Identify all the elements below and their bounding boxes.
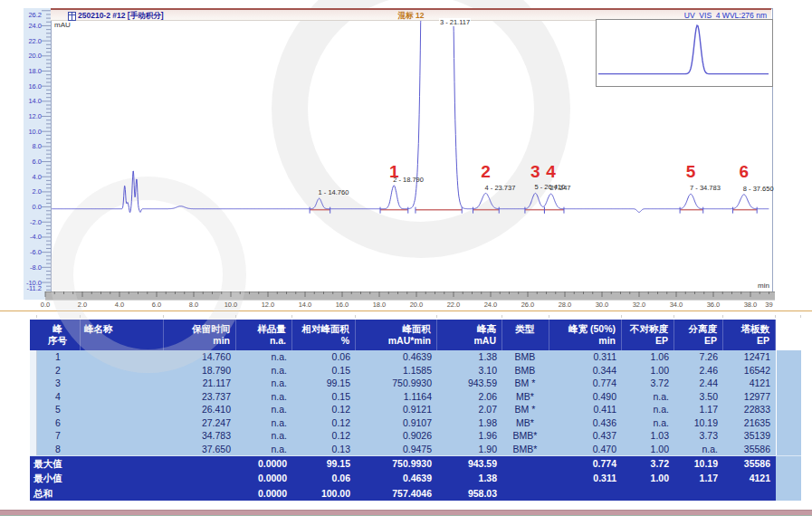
table-cell-extra[interactable] [776, 350, 801, 364]
table-cell[interactable]: 0.436 [549, 416, 622, 430]
table-cell[interactable]: 0.12 [292, 416, 356, 430]
row-gutter[interactable] [30, 350, 37, 364]
table-cell[interactable]: 1.17 [674, 403, 723, 416]
table-cell[interactable]: n.a. [674, 443, 723, 456]
table-cell[interactable]: 0.311 [549, 350, 622, 364]
table-cell-extra[interactable] [776, 377, 801, 390]
table-cell[interactable]: 34.783 [164, 429, 236, 443]
table-cell[interactable]: MB* [502, 390, 549, 404]
table-cell[interactable]: 3.72 [622, 377, 674, 390]
table-cell[interactable]: 26.410 [164, 403, 236, 416]
table-cell[interactable]: 0.15 [292, 390, 356, 404]
table-cell[interactable]: BMB [502, 350, 549, 364]
table-cell[interactable]: 750.9930 [356, 377, 437, 390]
table-cell[interactable]: 16542 [723, 364, 776, 377]
table-cell[interactable]: 10.19 [674, 416, 723, 430]
table-cell[interactable]: 3.10 [437, 364, 502, 377]
table-cell[interactable]: 12471 [723, 350, 776, 364]
table-cell[interactable]: 4 [37, 390, 81, 404]
table-cell[interactable]: 3.73 [674, 429, 723, 443]
row-gutter[interactable] [30, 390, 37, 404]
table-cell[interactable]: n.a. [236, 403, 292, 416]
table-cell[interactable]: 6 [37, 416, 81, 430]
table-cell[interactable]: n.a. [622, 390, 674, 404]
table-cell[interactable]: 3.50 [674, 390, 723, 404]
table-cell[interactable]: n.a. [236, 429, 292, 443]
table-cell-extra[interactable] [776, 364, 801, 377]
row-gutter[interactable] [30, 429, 37, 443]
table-cell[interactable] [81, 377, 164, 390]
table-cell[interactable] [81, 416, 164, 430]
table-cell[interactable]: 0.9475 [356, 443, 437, 456]
table-cell[interactable]: 7.26 [674, 350, 723, 364]
table-cell[interactable]: 0.470 [549, 443, 622, 456]
table-cell[interactable]: n.a. [236, 443, 292, 456]
table-cell-extra[interactable] [776, 403, 801, 416]
table-cell[interactable]: 3 [37, 377, 81, 390]
table-cell[interactable]: 23.737 [164, 390, 236, 404]
table-cell[interactable]: n.a. [622, 403, 674, 416]
table-cell[interactable]: 1.00 [622, 443, 674, 456]
table-cell[interactable] [81, 429, 164, 443]
row-gutter[interactable] [30, 377, 37, 390]
table-cell[interactable]: 1.96 [437, 429, 502, 443]
table-cell[interactable]: 21.117 [164, 377, 236, 390]
table-cell[interactable]: 0.9121 [356, 403, 437, 416]
table-cell[interactable]: 35139 [723, 429, 776, 443]
table-cell[interactable]: 35586 [723, 443, 776, 456]
table-cell[interactable] [81, 390, 164, 404]
table-cell[interactable]: 5 [37, 403, 81, 416]
table-cell[interactable]: 2.44 [674, 377, 723, 390]
row-gutter[interactable] [30, 443, 37, 456]
table-cell[interactable]: 1.90 [437, 443, 502, 456]
table-cell[interactable]: 0.12 [292, 429, 356, 443]
table-cell[interactable]: BM * [502, 403, 549, 416]
table-cell[interactable]: n.a. [236, 390, 292, 404]
table-cell-extra[interactable] [776, 443, 801, 456]
table-cell[interactable]: 2.07 [437, 403, 502, 416]
table-cell[interactable]: 0.12 [292, 403, 356, 416]
table-cell[interactable]: 0.490 [549, 390, 622, 404]
overview-inset[interactable] [596, 19, 773, 87]
table-cell[interactable]: n.a. [236, 416, 292, 430]
table-cell[interactable] [81, 403, 164, 416]
table-cell[interactable]: 1.06 [622, 350, 674, 364]
table-cell[interactable]: 0.344 [549, 364, 622, 377]
table-cell[interactable]: BMB* [502, 443, 549, 456]
table-cell-extra[interactable] [776, 416, 801, 430]
table-cell[interactable]: 8 [37, 443, 81, 456]
table-cell[interactable]: 0.13 [292, 443, 356, 456]
table-cell[interactable]: n.a. [236, 377, 292, 390]
table-cell[interactable]: 2 [37, 364, 81, 377]
table-cell[interactable]: n.a. [622, 416, 674, 430]
table-cell[interactable]: 2.46 [674, 364, 723, 377]
table-cell[interactable]: 22833 [723, 403, 776, 416]
table-cell[interactable]: 0.9107 [356, 416, 437, 430]
table-cell[interactable]: 1.98 [437, 416, 502, 430]
table-cell[interactable]: 21635 [723, 416, 776, 430]
table-cell-extra[interactable] [776, 390, 801, 404]
table-cell[interactable]: 0.15 [292, 364, 356, 377]
table-cell[interactable]: BM * [502, 377, 549, 390]
table-cell[interactable]: 4121 [723, 377, 776, 390]
table-cell[interactable]: MB* [502, 416, 549, 430]
row-gutter[interactable] [30, 416, 37, 430]
table-cell[interactable]: 1.03 [622, 429, 674, 443]
table-cell[interactable]: 1 [37, 350, 81, 364]
table-cell[interactable]: 1.1585 [356, 364, 437, 377]
table-cell[interactable]: 0.06 [292, 350, 356, 364]
table-cell[interactable]: 0.4639 [356, 350, 437, 364]
table-cell[interactable]: 0.9026 [356, 429, 437, 443]
table-cell[interactable]: 2.06 [437, 390, 502, 404]
table-cell[interactable]: 12977 [723, 390, 776, 404]
table-cell[interactable]: n.a. [236, 350, 292, 364]
table-cell[interactable]: BMB [502, 364, 549, 377]
table-cell[interactable]: 0.774 [549, 377, 622, 390]
row-gutter[interactable] [30, 403, 37, 416]
table-cell[interactable]: 1.38 [437, 350, 502, 364]
table-cell[interactable]: BMB* [502, 429, 549, 443]
table-cell[interactable]: 99.15 [292, 377, 356, 390]
table-cell[interactable]: 1.00 [622, 364, 674, 377]
chromatogram-panel[interactable]: 250210-2 #12 [手动积分] 混标 12 UV_VIS_4 WVL:2… [0, 0, 812, 315]
table-cell[interactable]: 0.437 [549, 429, 622, 443]
